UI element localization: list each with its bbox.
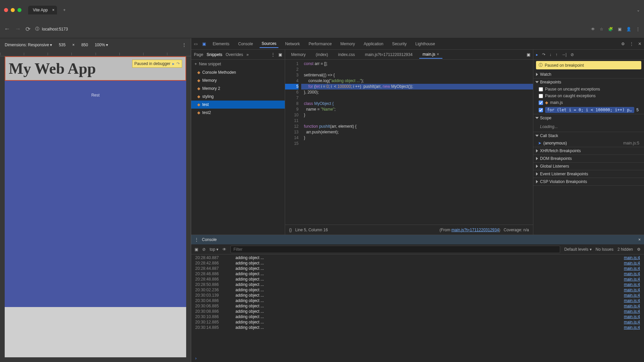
console-log-list[interactable]: 20:28:40.887adding object ...main.js:420…: [191, 254, 644, 355]
levels-dropdown[interactable]: Default levels ▾: [564, 247, 591, 252]
log-source-link[interactable]: main.js:4: [624, 293, 640, 298]
url-field[interactable]: ⓘ localhost:5173: [35, 26, 586, 32]
log-source-link[interactable]: main.js:4: [624, 255, 640, 260]
callstack-section[interactable]: Call Stack: [533, 132, 644, 139]
nav-overrides-tab[interactable]: Overrides: [226, 52, 243, 57]
callstack-frame[interactable]: ➤ (anonymous) main.js:5: [533, 139, 644, 147]
log-source-link[interactable]: main.js:4: [624, 272, 640, 276]
site-info-icon[interactable]: ⓘ: [35, 26, 39, 32]
browser-tab[interactable]: Vite App ×: [28, 6, 57, 14]
nav-menu-icon[interactable]: ⋮: [271, 52, 275, 57]
log-source-link[interactable]: main.js:4: [624, 298, 640, 303]
log-source-link[interactable]: main.js:4: [624, 282, 640, 287]
side-panel-icon[interactable]: ▣: [618, 27, 622, 32]
page-preview[interactable]: My Web App Paused in debugger ▸ ↷ Rest: [5, 56, 186, 357]
eye-off-icon[interactable]: 👁: [591, 27, 595, 32]
width-input[interactable]: [55, 43, 69, 47]
close-drawer-icon[interactable]: ×: [638, 237, 641, 242]
log-source-link[interactable]: main.js:4: [624, 266, 640, 271]
tab-sources[interactable]: Sources: [260, 40, 278, 48]
maximize-window-button[interactable]: [17, 8, 21, 12]
console-menu-icon[interactable]: ⋮: [195, 237, 199, 242]
format-icon[interactable]: {}: [289, 228, 292, 232]
extensions-icon[interactable]: 🧩: [608, 27, 613, 32]
bp-file-row[interactable]: ◆main.js: [533, 99, 644, 106]
xhr-breakpoints[interactable]: XHR/fetch Breakpoints: [533, 147, 644, 155]
step-out-button[interactable]: ↑: [555, 52, 557, 57]
tab-elements[interactable]: Elements: [211, 40, 231, 48]
tab-console[interactable]: Console: [236, 40, 255, 48]
menu-icon[interactable]: ⋮: [636, 27, 640, 32]
console-prompt[interactable]: ›: [191, 355, 644, 362]
tab-application[interactable]: Application: [362, 40, 385, 48]
dimensions-dropdown[interactable]: Dimensions: Responsive ▾: [5, 43, 52, 47]
etab-memory[interactable]: Memory: [288, 51, 309, 58]
profile-icon[interactable]: 👤: [626, 27, 631, 32]
inspect-icon[interactable]: ▭: [194, 42, 198, 46]
new-tab-button[interactable]: +: [60, 6, 68, 14]
dom-breakpoints[interactable]: DOM Breakpoints: [533, 155, 644, 162]
settings-icon[interactable]: ⚙: [621, 42, 625, 46]
live-expression-icon[interactable]: 👁: [222, 247, 226, 252]
height-input[interactable]: [78, 43, 91, 47]
event-breakpoints[interactable]: Event Listener Breakpoints: [533, 170, 644, 178]
watch-section[interactable]: Watch: [533, 71, 644, 78]
filter-input[interactable]: [230, 246, 560, 253]
minimize-window-button[interactable]: [11, 8, 15, 12]
console-settings-icon[interactable]: ⚙: [637, 247, 641, 252]
tab-performance[interactable]: Performance: [307, 40, 334, 48]
bp-line-row[interactable]: for (let i = 0; i < 100000; i++) p…5: [533, 106, 644, 114]
devtools-menu-icon[interactable]: ⋮: [630, 42, 634, 46]
close-window-button[interactable]: [4, 8, 8, 12]
issues-badge[interactable]: No Issues: [596, 247, 613, 252]
log-source-link[interactable]: main.js:4: [624, 277, 640, 282]
snippet-item[interactable]: ◆test: [191, 101, 285, 109]
snippet-item[interactable]: ◆Memory: [191, 76, 285, 84]
log-source-link[interactable]: main.js:4: [624, 288, 640, 292]
pause-uncaught-checkbox[interactable]: Pause on uncaught exceptions: [533, 86, 644, 93]
step-over-button[interactable]: ↷: [542, 52, 545, 57]
reload-button[interactable]: ⟳: [25, 25, 31, 33]
tab-lighthouse[interactable]: Lighthouse: [413, 40, 437, 48]
pause-caught-checkbox[interactable]: Pause on caught exceptions: [533, 93, 644, 99]
close-devtools-icon[interactable]: ×: [638, 41, 641, 47]
nav-more-icon[interactable]: »: [247, 52, 249, 57]
log-source-link[interactable]: main.js:4: [624, 309, 640, 314]
step-into-button[interactable]: ↓: [549, 52, 551, 57]
etab-mainjs[interactable]: main.js×: [419, 51, 442, 59]
tab-network[interactable]: Network: [283, 40, 302, 48]
new-snippet-button[interactable]: + New snippet: [191, 60, 285, 68]
log-source-link[interactable]: main.js:4: [624, 320, 640, 324]
deactivate-breakpoints-button[interactable]: ⊘: [571, 52, 574, 57]
clear-console-icon[interactable]: ⊘: [202, 247, 206, 252]
etab-indexcss[interactable]: index.css: [335, 51, 358, 58]
close-tab-icon[interactable]: ×: [437, 52, 439, 57]
etab-index[interactable]: (index): [312, 51, 331, 58]
zoom-dropdown[interactable]: 100% ▾: [95, 43, 108, 47]
nav-snippets-tab[interactable]: Snippets: [207, 52, 222, 57]
tab-memory[interactable]: Memory: [338, 40, 357, 48]
log-source-link[interactable]: main.js:4: [624, 261, 640, 265]
log-source-link[interactable]: main.js:4: [624, 325, 640, 330]
gutter[interactable]: 1234 5678 9101112 131415: [285, 60, 301, 225]
device-toggle-icon[interactable]: ▣: [202, 42, 206, 46]
etab-mainjs-t[interactable]: main.js?t=1711220312934: [362, 51, 416, 58]
viewport-menu-icon[interactable]: ⋮: [182, 43, 186, 47]
nav-page-tab[interactable]: Page: [194, 52, 203, 57]
resume-icon[interactable]: ▸: [172, 61, 174, 66]
close-tab-icon[interactable]: ×: [52, 8, 54, 12]
expand-tabs-icon[interactable]: ⌄: [637, 8, 640, 12]
snippet-item[interactable]: ◆Console Methoden: [191, 68, 285, 76]
sidebar-toggle-icon[interactable]: ▣: [195, 247, 198, 252]
forward-button[interactable]: →: [15, 25, 21, 33]
code-editor[interactable]: 1234 5678 9101112 131415 const arr = [];…: [285, 60, 533, 225]
editor-more-icon[interactable]: ▣: [527, 52, 530, 57]
snippet-item[interactable]: ◆Memory 2: [191, 84, 285, 93]
csp-breakpoints[interactable]: CSP Violation Breakpoints: [533, 178, 644, 185]
scope-section[interactable]: Scope: [533, 114, 644, 122]
log-source-link[interactable]: main.js:4: [624, 314, 640, 319]
code-lines[interactable]: const arr = []; setInterval(() => { cons…: [301, 60, 533, 225]
log-source-link[interactable]: main.js:4: [624, 304, 640, 308]
breakpoints-section[interactable]: Breakpoints: [533, 78, 644, 86]
tab-security[interactable]: Security: [390, 40, 409, 48]
